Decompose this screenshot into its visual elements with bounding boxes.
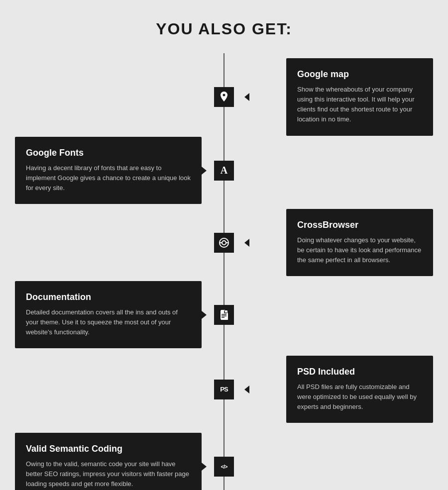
arrow-right-coding [202, 463, 207, 471]
timeline-row: Documentation Detailed documentation cov… [0, 280, 448, 350]
timeline-row: Google Fonts Having a decent library of … [0, 136, 448, 205]
arrow-left-psd [244, 386, 249, 393]
documentation-card: Documentation Detailed documentation cov… [15, 281, 202, 348]
page-title: YOU ALSO GET: [0, 0, 448, 53]
svg-point-1 [222, 241, 226, 245]
crossbrowser-card: CrossBrowser Doing whatever changes to y… [286, 209, 433, 276]
photoshop-icon: PS [214, 380, 234, 399]
google-map-text: Show the whereabouts of your company usi… [297, 85, 422, 125]
google-map-title: Google map [297, 69, 422, 80]
psd-included-text: All PSD files are fully customizable and… [297, 382, 422, 412]
timeline-row: Valid Semantic Coding Owing to the valid… [0, 429, 448, 490]
google-fonts-text: Having a decent library of fonts that ar… [26, 163, 191, 193]
arrow-left-google-map [244, 93, 249, 101]
google-fonts-title: Google Fonts [26, 148, 191, 158]
timeline-row: Google map Show the whereabouts of your … [0, 58, 448, 136]
code-icon: </> [214, 457, 234, 477]
timeline-row: CrossBrowser Doing whatever changes to y… [0, 205, 448, 280]
google-fonts-card: Google Fonts Having a decent library of … [15, 137, 202, 204]
location-pin-icon [214, 87, 234, 107]
timeline-row: PS PSD Included All PSD files are fully … [0, 350, 448, 429]
arrow-right-google-fonts [202, 167, 207, 175]
valid-semantic-title: Valid Semantic Coding [26, 444, 191, 454]
documentation-text: Detailed documentation covers all the in… [26, 307, 191, 337]
google-map-card: Google map Show the whereabouts of your … [286, 58, 433, 136]
crossbrowser-text: Doing whatever changes to your website, … [297, 235, 422, 265]
valid-semantic-card: Valid Semantic Coding Owing to the valid… [15, 433, 202, 490]
valid-semantic-text: Owing to the valid, semantic code your s… [26, 459, 191, 489]
timeline-container: Google map Show the whereabouts of your … [0, 53, 448, 490]
svg-rect-4 [221, 310, 227, 319]
documentation-title: Documentation [26, 292, 191, 302]
psd-included-title: PSD Included [297, 367, 422, 377]
psd-included-card: PSD Included All PSD files are fully cus… [286, 356, 433, 423]
document-icon [214, 305, 234, 325]
arrow-right-documentation [202, 311, 207, 319]
crossbrowser-title: CrossBrowser [297, 220, 422, 230]
font-icon: A [214, 161, 234, 181]
browser-icon [214, 233, 234, 253]
arrow-left-crossbrowser [244, 239, 249, 247]
